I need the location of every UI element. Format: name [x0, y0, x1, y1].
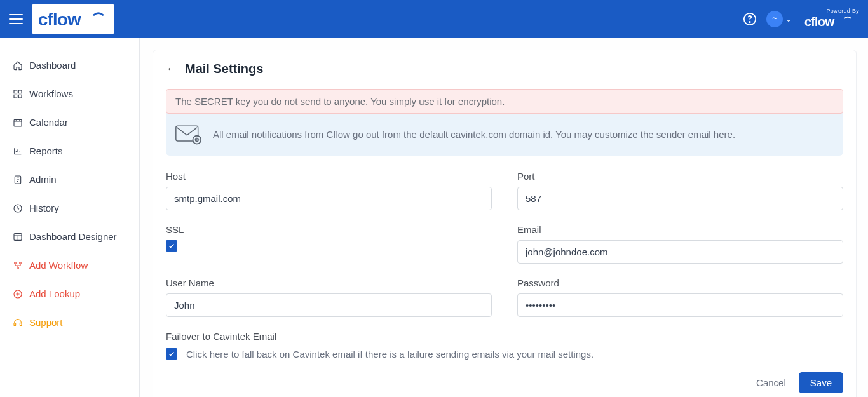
svg-rect-5 — [18, 90, 22, 93]
sidebar-item-calendar[interactable]: Calendar — [0, 108, 139, 137]
svg-point-13 — [20, 262, 22, 264]
email-input[interactable] — [517, 240, 843, 264]
powered-by: Powered By cflow — [804, 8, 859, 30]
sidebar-item-support[interactable]: Support — [0, 308, 139, 337]
home-icon — [13, 60, 23, 71]
svg-rect-6 — [14, 95, 17, 98]
failover-label: Failover to Cavintek Email — [166, 331, 843, 342]
chart-icon — [13, 146, 23, 156]
sidebar-item-admin[interactable]: Admin — [0, 165, 139, 194]
settings-form: Host Port SSL Email — [153, 156, 856, 363]
svg-rect-11 — [14, 233, 22, 240]
ssl-checkbox[interactable] — [166, 240, 177, 252]
menu-toggle-icon[interactable] — [9, 14, 23, 24]
svg-point-12 — [15, 262, 17, 264]
sidebar-label: Admin — [29, 174, 57, 185]
headset-icon — [13, 318, 23, 328]
svg-text:cflow: cflow — [38, 10, 81, 29]
save-button[interactable]: Save — [799, 372, 843, 393]
svg-rect-16 — [14, 323, 16, 325]
ssl-label: SSL — [166, 224, 492, 235]
port-field: Port — [517, 171, 843, 210]
username-field: User Name — [166, 278, 492, 317]
mail-info-row: All email notifications from Cflow go ou… — [166, 114, 843, 145]
help-icon[interactable] — [742, 11, 757, 27]
host-field: Host — [166, 171, 492, 210]
password-label: Password — [517, 278, 843, 288]
mail-settings-icon — [175, 123, 203, 145]
host-label: Host — [166, 171, 492, 182]
email-label: Email — [517, 224, 843, 235]
sidebar: Dashboard Workflows Calendar Reports Adm… — [0, 38, 140, 397]
doc-icon — [13, 175, 23, 185]
settings-card: ← Mail Settings The SECRET key you do no… — [153, 50, 857, 397]
host-input[interactable] — [166, 187, 492, 210]
chat-icon: ~ — [766, 11, 783, 27]
header-left: cflow — [9, 4, 114, 34]
sidebar-item-dashboard[interactable]: Dashboard — [0, 51, 139, 79]
info-panel: The SECRET key you do not send to anyone… — [166, 89, 843, 156]
main-content: ← Mail Settings The SECRET key you do no… — [140, 38, 868, 397]
grid-icon — [13, 89, 23, 99]
layout: Dashboard Workflows Calendar Reports Adm… — [0, 38, 868, 397]
sidebar-label: Add Lookup — [29, 288, 80, 299]
port-label: Port — [517, 171, 843, 182]
password-input[interactable] — [517, 293, 843, 317]
svg-rect-7 — [18, 95, 22, 98]
plus-circle-icon — [13, 289, 23, 299]
failover-field: Failover to Cavintek Email Click here to… — [166, 331, 843, 360]
sidebar-item-history[interactable]: History — [0, 194, 139, 222]
ssl-field: SSL — [166, 224, 492, 264]
username-input[interactable] — [166, 293, 492, 317]
sidebar-item-reports[interactable]: Reports — [0, 137, 139, 165]
app-header: cflow ~ ⌄ Powered By cflow — [0, 0, 868, 38]
sidebar-label: History — [29, 203, 59, 213]
sidebar-label: Add Workflow — [29, 260, 88, 271]
cancel-button[interactable]: Cancel — [754, 372, 789, 393]
port-input[interactable] — [517, 187, 843, 210]
sidebar-label: Support — [29, 317, 63, 328]
layout-icon — [13, 232, 23, 242]
chat-menu[interactable]: ~ ⌄ — [766, 11, 792, 27]
username-label: User Name — [166, 278, 492, 288]
sidebar-label: Reports — [29, 145, 63, 156]
clock-icon — [13, 203, 23, 213]
calendar-icon — [13, 118, 23, 128]
mail-info-text: All email notifications from Cflow go ou… — [213, 129, 735, 140]
sidebar-item-workflows[interactable]: Workflows — [0, 79, 139, 108]
sidebar-item-dashboard-designer[interactable]: Dashboard Designer — [0, 222, 139, 251]
svg-rect-4 — [14, 90, 17, 93]
sidebar-label: Dashboard — [29, 60, 76, 71]
email-field: Email — [517, 224, 843, 264]
secret-key-alert: The SECRET key you do not send to anyone… — [166, 89, 843, 114]
sidebar-item-add-lookup[interactable]: Add Lookup — [0, 279, 139, 308]
sidebar-label: Workflows — [29, 88, 73, 99]
sidebar-label: Calendar — [29, 117, 68, 128]
failover-help-text: Click here to fall back on Cavintek emai… — [186, 349, 593, 360]
password-field: Password — [517, 278, 843, 317]
header-right: ~ ⌄ Powered By cflow — [742, 8, 859, 30]
svg-point-14 — [17, 267, 19, 269]
svg-point-2 — [749, 22, 750, 22]
svg-rect-17 — [20, 323, 22, 325]
failover-checkbox[interactable] — [166, 348, 177, 360]
card-header: ← Mail Settings — [153, 50, 856, 85]
back-arrow-icon[interactable]: ← — [166, 62, 177, 76]
form-actions: Cancel Save — [153, 363, 856, 393]
powered-by-label: Powered By — [826, 8, 859, 14]
svg-rect-8 — [14, 119, 22, 126]
brand-logo[interactable]: cflow — [32, 4, 114, 34]
sidebar-item-add-workflow[interactable]: Add Workflow — [0, 251, 139, 279]
chevron-down-icon: ⌄ — [785, 15, 792, 24]
page-title: Mail Settings — [185, 62, 263, 76]
sidebar-label: Dashboard Designer — [29, 231, 117, 242]
flow-icon — [13, 260, 23, 271]
svg-text:cflow: cflow — [804, 15, 835, 29]
